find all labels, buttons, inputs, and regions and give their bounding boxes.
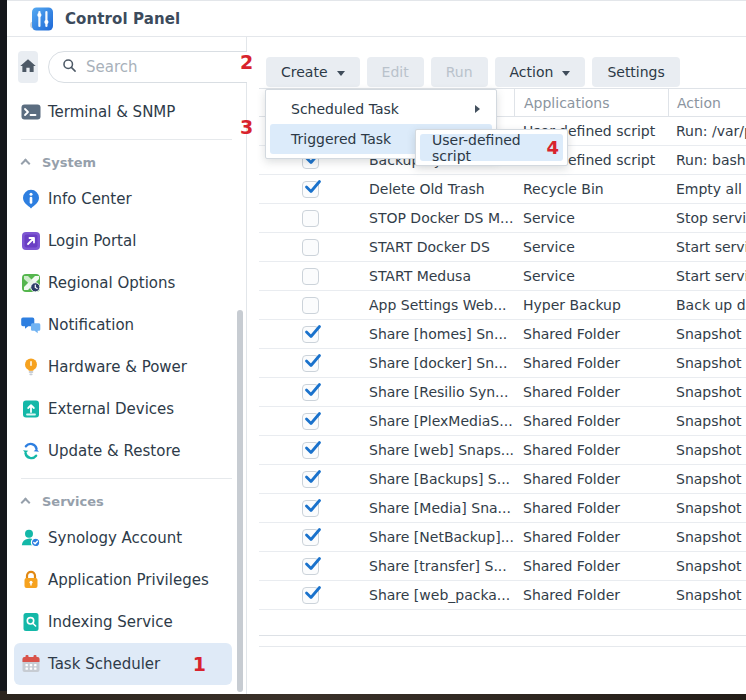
- sidebar-item-label: Task Scheduler: [48, 655, 160, 673]
- enabled-cell: [259, 233, 349, 261]
- sidebar-item-regional-options[interactable]: Regional Options: [14, 262, 232, 304]
- task-enabled-checkbox[interactable]: [302, 326, 319, 343]
- enabled-cell: [259, 581, 349, 609]
- task-enabled-checkbox[interactable]: [302, 181, 319, 198]
- table-row[interactable]: Share [web] Snaps...Shared FolderSnapsho…: [259, 436, 746, 465]
- action-cell: Back up da: [668, 291, 746, 319]
- table-row[interactable]: START MedusaServiceStart servic: [259, 262, 746, 291]
- task-enabled-checkbox[interactable]: [302, 442, 319, 459]
- sidebar-item-synology-account[interactable]: Synology Account: [14, 517, 232, 559]
- sidebar-item-terminal-snmp[interactable]: Terminal & SNMP: [14, 91, 232, 133]
- enabled-cell: [259, 407, 349, 435]
- task-name-cell: Delete Old Trash: [349, 175, 514, 203]
- task-enabled-checkbox[interactable]: [302, 384, 319, 401]
- home-button[interactable]: [18, 51, 38, 83]
- task-name-cell: START Medusa: [349, 262, 514, 290]
- task-enabled-checkbox[interactable]: [302, 413, 319, 430]
- task-enabled-checkbox[interactable]: [302, 558, 319, 575]
- task-enabled-checkbox[interactable]: [302, 355, 319, 372]
- table-row[interactable]: STOP Docker DS M...ServiceStop servic: [259, 204, 746, 233]
- sidebar-item-label: Update & Restore: [48, 442, 180, 460]
- menu-item-label: Triggered Task: [291, 131, 391, 147]
- sidebar-scrollbar-thumb[interactable]: [237, 310, 243, 692]
- enabled-cell: [259, 291, 349, 319]
- application-cell: Service: [514, 233, 668, 261]
- action-cell: Start servic: [668, 262, 746, 290]
- table-row[interactable]: Share [web_packa...Shared FolderSnapshot: [259, 581, 746, 610]
- application-cell: Service: [514, 262, 668, 290]
- table-row[interactable]: Share [docker] Sn...Shared FolderSnapsho…: [259, 349, 746, 378]
- sidebar-section-services[interactable]: Services: [7, 485, 246, 517]
- table-row[interactable]: Share [Backups] S...Shared FolderSnapsho…: [259, 465, 746, 494]
- sidebar-section-system[interactable]: System: [7, 146, 246, 178]
- sidebar-item-login-portal[interactable]: Login Portal: [14, 220, 232, 262]
- application-cell: Shared Folder: [514, 436, 668, 464]
- submenu-item-label: User-defined script: [432, 132, 540, 164]
- header-applications[interactable]: Applications: [514, 89, 668, 116]
- task-enabled-checkbox[interactable]: [302, 210, 319, 227]
- task-name-cell: Share [Media] Sna...: [349, 494, 514, 522]
- control-panel-logo-icon: [29, 6, 55, 32]
- task-enabled-checkbox[interactable]: [302, 297, 319, 314]
- task-name-cell: Share [NetBackup]...: [349, 523, 514, 551]
- application-cell: Shared Folder: [514, 320, 668, 348]
- table-row[interactable]: Share [NetBackup]...Shared FolderSnapsho…: [259, 523, 746, 552]
- task-enabled-checkbox[interactable]: [302, 239, 319, 256]
- action-button[interactable]: Action: [495, 57, 586, 87]
- table-row[interactable]: Share [Resilio Syn...Shared FolderSnapsh…: [259, 378, 746, 407]
- task-name-cell: Share [PlexMediaS...: [349, 407, 514, 435]
- action-cell: Snapshot: [668, 465, 746, 493]
- regional-options-icon: [20, 272, 42, 294]
- table-row[interactable]: Share [PlexMediaS...Shared FolderSnapsho…: [259, 407, 746, 436]
- enabled-cell: [259, 320, 349, 348]
- sidebar-divider: [21, 139, 232, 140]
- task-name-cell: Share [Backups] S...: [349, 465, 514, 493]
- settings-button[interactable]: Settings: [592, 57, 679, 87]
- action-cell: Snapshot: [668, 320, 746, 348]
- task-enabled-checkbox[interactable]: [302, 268, 319, 285]
- sidebar-item-indexing-service[interactable]: Indexing Service: [14, 601, 232, 643]
- table-row[interactable]: START Docker DSServiceStart servic: [259, 233, 746, 262]
- action-cell: Start servic: [668, 233, 746, 261]
- sidebar-item-info-center[interactable]: Info Center: [14, 178, 232, 220]
- sidebar-item-external-devices[interactable]: External Devices: [14, 388, 232, 430]
- external-devices-icon: [20, 398, 42, 420]
- sidebar-item-label: Hardware & Power: [48, 358, 187, 376]
- application-cell: Shared Folder: [514, 523, 668, 551]
- table-row[interactable]: Share [Media] Sna...Shared FolderSnapsho…: [259, 494, 746, 523]
- sidebar-item-hardware-power[interactable]: Hardware & Power: [14, 346, 232, 388]
- sidebar-item-task-scheduler[interactable]: Task Scheduler1: [14, 643, 232, 685]
- indexing-service-icon: [20, 611, 42, 633]
- sidebar-item-label: Login Portal: [48, 232, 136, 250]
- sidebar-item-application-privileges[interactable]: Application Privileges: [14, 559, 232, 601]
- task-name-cell: Share [web] Snaps...: [349, 436, 514, 464]
- button-label: Create: [281, 64, 328, 80]
- sidebar-item-update-restore[interactable]: Update & Restore: [14, 430, 232, 472]
- submenu-arrow-icon: [475, 105, 480, 113]
- task-enabled-checkbox[interactable]: [302, 587, 319, 604]
- table-row[interactable]: App Settings Web...Hyper BackupBack up d…: [259, 291, 746, 320]
- enabled-cell: [259, 523, 349, 551]
- enabled-cell: [259, 494, 349, 522]
- task-enabled-checkbox[interactable]: [302, 471, 319, 488]
- enabled-cell: [259, 552, 349, 580]
- chevron-up-icon: [21, 159, 31, 169]
- create-button[interactable]: Create: [266, 57, 360, 87]
- info-center-icon: [20, 188, 42, 210]
- action-cell: Snapshot: [668, 494, 746, 522]
- enabled-cell: [259, 349, 349, 377]
- button-label: Action: [510, 64, 554, 80]
- sidebar-item-notification[interactable]: Notification: [14, 304, 232, 346]
- task-enabled-checkbox[interactable]: [302, 500, 319, 517]
- task-name-cell: START Docker DS: [349, 233, 514, 261]
- table-row[interactable]: Delete Old TrashRecycle BinEmpty all R: [259, 175, 746, 204]
- task-enabled-checkbox[interactable]: [302, 529, 319, 546]
- table-row[interactable]: Share [homes] Sn...Shared FolderSnapshot: [259, 320, 746, 349]
- action-cell: Snapshot: [668, 407, 746, 435]
- menu-item-scheduled-task[interactable]: Scheduled Task: [270, 94, 492, 124]
- submenu-item-user-defined-script[interactable]: User-defined script4: [420, 134, 563, 161]
- table-row[interactable]: Share [transfer] S...Shared FolderSnapsh…: [259, 552, 746, 581]
- sidebar-item-label: External Devices: [48, 400, 174, 418]
- header-action[interactable]: Action: [668, 89, 746, 116]
- task-name-cell: Share [Resilio Syn...: [349, 378, 514, 406]
